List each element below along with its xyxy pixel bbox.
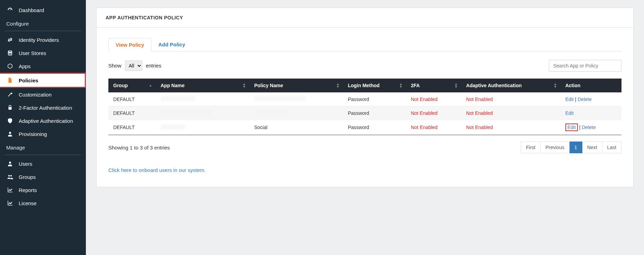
policy-table: Group▲ App Name▲▼ Policy Name▲▼ Login Me… (108, 79, 621, 135)
delete-link[interactable]: Delete (582, 125, 596, 130)
sidebar-item-dashboard[interactable]: Dashboard (0, 3, 86, 17)
sidebar-divider (5, 155, 81, 155)
sidebar-item-label: Identity Providers (19, 37, 59, 43)
sidebar-item-label: Groups (19, 174, 36, 180)
pagination: First Previous 1 Next Last (521, 142, 621, 153)
lock-icon (6, 104, 14, 111)
sidebar-item-label: User Stores (19, 50, 46, 56)
search-input[interactable] (549, 60, 621, 72)
col-login[interactable]: Login Method▲▼ (343, 79, 406, 92)
sidebar-item-label: Adaptive Authentication (19, 118, 73, 124)
sidebar-item-reports[interactable]: Reports (0, 183, 86, 197)
sidebar-item-label: Provisioning (19, 131, 47, 137)
entries-show-label: Show (108, 63, 122, 69)
cell-action: Edit | Delete (561, 120, 621, 135)
cell-policy: Social (249, 120, 343, 135)
sidebar-divider (5, 31, 81, 31)
cell-2fa: Not Enabled (406, 92, 462, 106)
cell-group: DEFAULT (108, 106, 156, 120)
tab-add-policy[interactable]: Add Policy (151, 38, 192, 51)
col-adaptive[interactable]: Adaptive Authentication▲▼ (461, 79, 560, 92)
col-group[interactable]: Group▲ (108, 79, 156, 92)
sidebar-section-manage: Manage (0, 140, 86, 153)
sidebar-item-groups[interactable]: Groups (0, 170, 86, 183)
cell-action: Edit | Delete (561, 92, 621, 106)
sidebar-item-label: Policies (19, 78, 38, 83)
sidebar-section-configure: Configure (0, 17, 86, 29)
cube-icon (6, 63, 14, 69)
sidebar: Dashboard Configure Identity Providers U… (0, 0, 86, 255)
entries-control: Show All entries (108, 61, 161, 71)
policy-card: APP AUTHENTICATION POLICY View Policy Ad… (96, 8, 634, 187)
sidebar-item-customization[interactable]: Customization (0, 88, 86, 101)
sidebar-item-policies[interactable]: Policies (0, 73, 86, 88)
main-content: APP AUTHENTICATION POLICY View Policy Ad… (86, 0, 644, 255)
entries-suffix-label: entries (146, 63, 161, 69)
cell-app (156, 120, 249, 135)
document-icon (6, 77, 14, 83)
cell-adaptive: Not Enabled (461, 120, 560, 135)
col-policy[interactable]: Policy Name▲▼ (249, 79, 343, 92)
table-info: Showing 1 to 3 of 3 entries (108, 145, 170, 151)
sidebar-item-label: 2-Factor Authentication (19, 105, 72, 111)
card-title: APP AUTHENTICATION POLICY (97, 8, 633, 28)
cell-login: Password (343, 120, 406, 135)
sidebar-item-label: License (19, 200, 37, 206)
cell-2fa: Not Enabled (406, 106, 462, 120)
cell-group: DEFAULT (108, 92, 156, 106)
cell-policy (249, 92, 343, 106)
col-action: Action (561, 79, 621, 92)
col-app[interactable]: App Name▲▼ (156, 79, 249, 92)
sidebar-item-license[interactable]: License (0, 197, 86, 210)
tab-view-policy[interactable]: View Policy (108, 38, 151, 52)
pager-page-1[interactable]: 1 (570, 142, 582, 153)
sidebar-item-provisioning[interactable]: Provisioning (0, 127, 86, 140)
cell-login: Password (343, 106, 406, 120)
edit-link[interactable]: Edit (567, 125, 576, 130)
sidebar-item-2fa[interactable]: 2-Factor Authentication (0, 101, 86, 114)
users-icon (6, 174, 14, 180)
database-icon (6, 50, 14, 56)
cell-login: Password (343, 92, 406, 106)
shield-icon (6, 118, 14, 124)
onboard-users-link[interactable]: Click here to onboard users in our syste… (108, 167, 621, 173)
sidebar-item-label: Dashboard (19, 7, 44, 13)
sidebar-item-identity-providers[interactable]: Identity Providers (0, 33, 86, 46)
user-icon (6, 161, 14, 167)
table-row: DEFAULT Password Not Enabled Not Enabled… (108, 92, 621, 106)
pager-prev[interactable]: Previous (540, 142, 569, 153)
chart-icon (6, 200, 14, 206)
cell-adaptive: Not Enabled (461, 106, 560, 120)
dashboard-icon (6, 7, 14, 13)
pager-first[interactable]: First (521, 142, 540, 153)
cell-policy (249, 106, 343, 120)
sidebar-item-label: Reports (19, 187, 37, 193)
sidebar-item-user-stores[interactable]: User Stores (0, 46, 86, 60)
swap-icon (6, 37, 14, 43)
table-row: DEFAULT Social Password Not Enabled Not … (108, 120, 621, 135)
col-2fa[interactable]: 2FA▲▼ (406, 79, 462, 92)
cell-action: Edit (561, 106, 621, 120)
cell-2fa: Not Enabled (406, 120, 462, 135)
cell-app (156, 106, 249, 120)
cell-adaptive: Not Enabled (461, 92, 560, 106)
cell-group: DEFAULT (108, 120, 156, 135)
sidebar-item-apps[interactable]: Apps (0, 60, 86, 73)
user-icon (6, 131, 14, 137)
sidebar-item-adaptive-auth[interactable]: Adaptive Authentication (0, 114, 86, 127)
table-row: DEFAULT Password Not Enabled Not Enabled… (108, 106, 621, 120)
edit-link[interactable]: Edit (565, 110, 574, 116)
entries-select[interactable]: All (125, 61, 142, 71)
sidebar-item-label: Customization (19, 92, 52, 98)
wrench-icon (6, 91, 14, 98)
pager-last[interactable]: Last (602, 142, 621, 153)
edit-link[interactable]: Edit (565, 97, 574, 102)
sidebar-item-users[interactable]: Users (0, 157, 86, 170)
policy-tabs: View Policy Add Policy (108, 38, 621, 52)
chart-icon (6, 187, 14, 193)
cell-app (156, 92, 249, 106)
sidebar-item-label: Users (19, 161, 32, 167)
sidebar-item-label: Apps (19, 63, 30, 69)
pager-next[interactable]: Next (582, 142, 602, 153)
delete-link[interactable]: Delete (578, 97, 591, 102)
